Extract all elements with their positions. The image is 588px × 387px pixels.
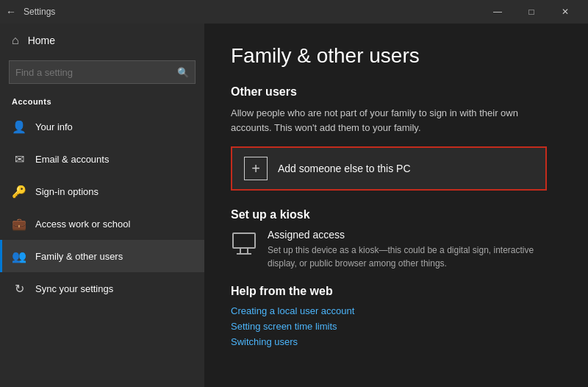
help-link-local-account[interactable]: Creating a local user account: [231, 305, 562, 316]
group-icon: 👥: [12, 249, 26, 263]
sidebar-item-email-accounts[interactable]: ✉ Email & accounts: [0, 143, 204, 175]
sidebar: ⌂ Home 🔍 Accounts 👤 Your info ✉ Email & …: [0, 24, 204, 387]
sidebar-section-label: Accounts: [0, 91, 204, 110]
page-title: Family & other users: [231, 44, 562, 68]
sidebar-item-home[interactable]: ⌂ Home: [0, 24, 204, 57]
sidebar-email-label: Email & accounts: [35, 154, 109, 165]
sidebar-family-label: Family & other users: [35, 251, 123, 262]
sidebar-item-sign-in[interactable]: 🔑 Sign-in options: [0, 175, 204, 207]
sidebar-item-work-school[interactable]: 💼 Access work or school: [0, 207, 204, 240]
help-link-screen-time[interactable]: Setting screen time limits: [231, 321, 562, 332]
email-icon: ✉: [12, 152, 26, 166]
sidebar-item-sync-settings[interactable]: ↻ Sync your settings: [0, 272, 204, 305]
help-link-switching-users[interactable]: Switching users: [231, 336, 562, 347]
add-user-button[interactable]: + Add someone else to this PC: [231, 146, 547, 191]
main-layout: ⌂ Home 🔍 Accounts 👤 Your info ✉ Email & …: [0, 24, 588, 387]
maximize-button[interactable]: □: [514, 0, 548, 24]
add-user-label: Add someone else to this PC: [278, 163, 411, 174]
kiosk-desc: Set up this device as a kiosk—this could…: [268, 244, 547, 270]
person-icon: 👤: [12, 120, 26, 134]
kiosk-heading: Set up a kiosk: [231, 208, 562, 221]
back-button[interactable]: ←: [6, 6, 16, 18]
app-title: Settings: [24, 7, 481, 17]
key-icon: 🔑: [12, 185, 26, 199]
other-users-desc: Allow people who are not part of your fa…: [231, 106, 547, 135]
sync-icon: ↻: [12, 282, 26, 296]
sidebar-your-info-label: Your info: [35, 121, 73, 132]
window-controls: — □ ✕: [481, 0, 582, 24]
kiosk-title: Assigned access: [268, 229, 547, 241]
sidebar-item-your-info[interactable]: 👤 Your info: [0, 110, 204, 143]
sidebar-sync-label: Sync your settings: [35, 283, 113, 294]
kiosk-item: Assigned access Set up this device as a …: [231, 229, 547, 270]
sidebar-home-label: Home: [28, 35, 55, 46]
home-icon: ⌂: [12, 34, 19, 47]
help-section: Help from the web Creating a local user …: [231, 285, 562, 347]
kiosk-display-icon: [231, 230, 257, 262]
close-button[interactable]: ✕: [548, 0, 582, 24]
help-heading: Help from the web: [231, 285, 562, 298]
minimize-button[interactable]: —: [481, 0, 514, 24]
add-person-icon: +: [244, 157, 268, 180]
search-input[interactable]: [15, 67, 177, 78]
kiosk-section: Set up a kiosk Assigned access Set up th…: [231, 208, 562, 270]
svg-rect-0: [233, 233, 255, 248]
titlebar: ← Settings — □ ✕: [0, 0, 588, 24]
sidebar-signin-label: Sign-in options: [35, 186, 98, 197]
briefcase-icon: 💼: [12, 217, 26, 231]
content-area: Family & other users Other users Allow p…: [204, 24, 588, 387]
other-users-heading: Other users: [231, 85, 562, 99]
sidebar-item-family-users[interactable]: 👥 Family & other users: [0, 240, 204, 272]
search-icon: 🔍: [177, 67, 189, 78]
kiosk-text: Assigned access Set up this device as a …: [268, 229, 547, 270]
search-box[interactable]: 🔍: [9, 60, 196, 84]
sidebar-work-label: Access work or school: [35, 219, 130, 230]
